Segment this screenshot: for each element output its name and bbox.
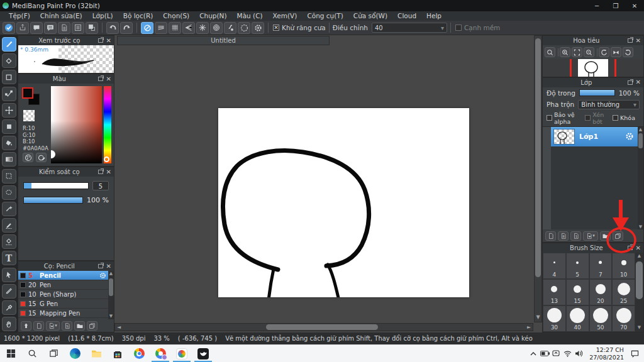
protect-alpha-checkbox[interactable]: [547, 115, 552, 121]
comment-button[interactable]: [30, 22, 43, 34]
zoom-ratio-button[interactable]: [545, 47, 555, 57]
share-button[interactable]: [16, 22, 29, 34]
move-tool[interactable]: [2, 103, 16, 118]
snap-parallel-button[interactable]: [155, 22, 167, 34]
chrome-profile-icon[interactable]: [150, 345, 171, 362]
brush-size-option-4[interactable]: 4: [543, 253, 566, 279]
start-button[interactable]: [0, 345, 21, 362]
cloud-save-button[interactable]: [3, 22, 15, 34]
menu-item-3[interactable]: Bộ lọc(R): [118, 11, 158, 21]
snap-circle-button[interactable]: [210, 22, 223, 34]
brush-folder-button[interactable]: [74, 321, 85, 331]
brush-size-option-10[interactable]: 10: [612, 253, 635, 279]
minimize-button[interactable]: ─: [587, 0, 606, 11]
close-button[interactable]: ✕: [625, 0, 644, 11]
brush-size-slider[interactable]: [23, 182, 89, 189]
brush-upload-button[interactable]: [21, 321, 31, 331]
brush-size-option-50[interactable]: 50: [589, 305, 613, 332]
pen-tool[interactable]: [2, 284, 16, 299]
close-icon[interactable]: ✕: [636, 245, 641, 251]
palette-edit-button[interactable]: [36, 153, 47, 162]
brush-size-option-13[interactable]: 13: [543, 279, 566, 305]
brush-size-option-40[interactable]: 40: [566, 305, 589, 332]
add-layer-menu-button[interactable]: ▾: [583, 231, 598, 241]
menu-item-11[interactable]: Help: [421, 11, 447, 21]
microsoft-store-icon[interactable]: [107, 345, 128, 362]
blend-mode-dropdown[interactable]: Bình thường ▾: [578, 100, 640, 109]
layer-opacity-slider[interactable]: [579, 89, 615, 96]
volume-icon[interactable]: [573, 346, 584, 361]
restore-button[interactable]: ❐: [606, 0, 625, 11]
comment-list-button[interactable]: [44, 22, 57, 34]
operation-tool[interactable]: [2, 268, 16, 282]
close-icon[interactable]: ✕: [106, 38, 111, 44]
layer-settings-gear-icon[interactable]: [625, 132, 634, 141]
menu-item-8[interactable]: Công cụ(T): [302, 11, 348, 21]
foreground-color-swatch[interactable]: [22, 87, 33, 99]
brush-size-option-5[interactable]: 5: [566, 253, 589, 279]
layer-folder-button[interactable]: [600, 231, 611, 241]
brush-size-scrollbar[interactable]: ▲▼: [635, 253, 643, 332]
snap-radial-button[interactable]: [196, 22, 209, 34]
clipping-checkbox[interactable]: [585, 115, 591, 121]
tray-expand-chevron-icon[interactable]: [528, 346, 539, 361]
reset-rotation-button[interactable]: [611, 47, 621, 57]
popout-icon[interactable]: [628, 80, 633, 85]
hue-slider[interactable]: [104, 86, 111, 163]
close-icon[interactable]: ✕: [636, 79, 641, 85]
shape-tool[interactable]: [2, 70, 16, 84]
snap-ellipse-button[interactable]: [238, 22, 250, 34]
brush-size-option-7[interactable]: 7: [589, 253, 613, 279]
close-icon[interactable]: ✕: [636, 38, 641, 44]
close-icon[interactable]: ✕: [106, 263, 111, 270]
lasso-tool[interactable]: [2, 185, 16, 200]
new-1bit-layer-button[interactable]: 1: [570, 231, 581, 241]
marquee-select-tool[interactable]: [2, 169, 16, 184]
menu-item-5[interactable]: Chụp(N): [194, 11, 231, 21]
onedrive-status-icon[interactable]: [550, 346, 562, 361]
dark-app-icon[interactable]: [192, 345, 214, 362]
gradient-tool[interactable]: [2, 152, 16, 167]
hand-tool[interactable]: [2, 317, 16, 331]
navigator-map[interactable]: [543, 59, 643, 77]
zoom-in-button[interactable]: [560, 47, 570, 57]
file-explorer-icon[interactable]: [86, 345, 107, 362]
lock-checkbox[interactable]: [613, 115, 618, 121]
notification-center-icon[interactable]: [629, 346, 640, 361]
search-button[interactable]: [21, 345, 43, 362]
menu-item-9[interactable]: Cửa sổ(W): [348, 11, 392, 21]
rotate-right-button[interactable]: [623, 47, 633, 57]
brush-row-0[interactable]: 5Pencil: [18, 271, 108, 280]
brush-row-2[interactable]: 10Pen (Sharp): [18, 290, 108, 299]
fit-view-button[interactable]: [572, 47, 582, 57]
duplicate-layer-button[interactable]: [613, 231, 623, 241]
snap-off-button[interactable]: [141, 22, 153, 34]
brush-list-scrollbar[interactable]: ▲▼: [108, 271, 114, 319]
brush-size-option-20[interactable]: 20: [589, 279, 613, 305]
brush-row-4[interactable]: 15Mapping Pen: [18, 309, 108, 318]
popout-icon[interactable]: [98, 170, 103, 174]
popout-icon[interactable]: [628, 38, 633, 43]
script-brush-button[interactable]: S: [62, 321, 72, 331]
task-view-button[interactable]: [43, 345, 64, 362]
select-fill-tool[interactable]: [2, 119, 16, 134]
correction-dropdown[interactable]: 40 ▾: [372, 23, 447, 33]
zoom-out-button[interactable]: [584, 47, 594, 57]
select-pen-tool[interactable]: [2, 218, 16, 233]
list-settings-button[interactable]: [72, 22, 84, 34]
menu-item-7[interactable]: Xem(V): [268, 11, 303, 21]
select-eraser-tool[interactable]: [2, 234, 16, 249]
brush-row-1[interactable]: 20Pen: [18, 280, 108, 290]
layer-row-lop1[interactable]: Lớp1: [551, 127, 638, 146]
redo-button[interactable]: [120, 22, 133, 34]
battery-icon[interactable]: [539, 346, 550, 361]
menu-item-1[interactable]: Chỉnh sửa(E): [35, 11, 87, 21]
saturation-value-picker[interactable]: [51, 86, 102, 163]
new-8bit-layer-button[interactable]: 8: [558, 231, 569, 241]
menu-item-4[interactable]: Chọn(S): [158, 11, 194, 21]
menu-item-6[interactable]: Màu (C): [232, 11, 268, 21]
brush-row-3[interactable]: 15G Pen: [18, 299, 108, 309]
brush-size-value[interactable]: 5: [92, 181, 109, 190]
close-icon[interactable]: ✕: [106, 169, 111, 175]
canvas-workspace[interactable]: Untitled ▼ ◄►: [114, 35, 542, 332]
